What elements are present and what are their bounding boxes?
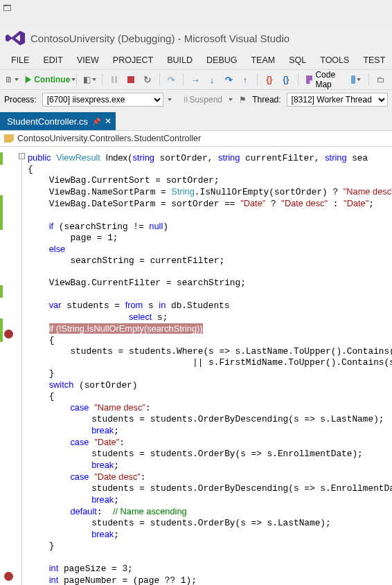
code-map-button[interactable]: Code Map [303, 72, 346, 87]
menu-view[interactable]: VIEW [70, 53, 106, 68]
change-bar [0, 195, 3, 230]
continue-label: Continue [34, 75, 70, 84]
new-item-button[interactable]: 🗎 [4, 72, 20, 87]
code-editor[interactable]: ➨ - public ViewResult Index(string sortO… [0, 147, 392, 585]
debug-toolbar: 🗎 Continue ◧ ↻ ↷ → ↓ ↷ ↑ {} {} Code Map … [0, 69, 392, 89]
menubar: FILE EDIT VIEW PROJECT BUILD DEBUG TEAM … [0, 51, 392, 69]
step-into-button[interactable]: ↓ [205, 72, 219, 87]
stop-icon [127, 76, 134, 83]
menu-sql[interactable]: SQL [282, 53, 313, 68]
show-next-statement[interactable]: → [188, 72, 202, 87]
restart-button[interactable]: ↻ [141, 72, 154, 87]
thread-select[interactable]: [8312] Worker Thread [287, 93, 388, 107]
suspend-label: Suspend [190, 95, 222, 105]
thread-flag-icon[interactable]: ⚑ [235, 92, 249, 107]
change-bar [0, 318, 3, 342]
tab-filename: StudentController.cs [7, 116, 88, 127]
codemap-related-button[interactable] [348, 72, 364, 87]
tab-studentcontroller[interactable]: StudentController.cs 📌 ✕ [0, 112, 116, 130]
breadcrumb-path: ContosoUniversity.Controllers.StudentCon… [17, 134, 201, 143]
window-title: ContosoUniversity (Debugging) - Microsof… [30, 33, 289, 44]
separator [298, 73, 299, 86]
step-over-button[interactable]: ↷ [222, 72, 235, 87]
step-out-button[interactable]: ↑ [238, 72, 252, 87]
breakpoint-icon[interactable] [4, 572, 13, 581]
app-small-icon: 🗔 [3, 3, 11, 13]
process-select[interactable]: [6700] iisexpress.exe [42, 93, 164, 107]
thread-label: Thread: [252, 95, 280, 105]
solution-config-button[interactable]: 🗀 [374, 72, 388, 87]
menu-debug[interactable]: DEBUG [199, 53, 244, 68]
change-bar [0, 285, 3, 298]
play-icon [26, 76, 31, 83]
process-toolbar: Process: [6700] iisexpress.exe ⏸Suspend … [0, 89, 392, 109]
suspend-button: ⏸Suspend [179, 92, 224, 107]
show-next-statement-button: ↷ [164, 72, 178, 87]
class-icon [4, 134, 14, 143]
code-map-label: Code Map [315, 70, 342, 89]
process-label: Process: [4, 95, 37, 105]
vs-logo-icon [6, 30, 25, 46]
menu-team[interactable]: TEAM [244, 53, 282, 68]
brace-nav-button-2[interactable]: {} [279, 72, 293, 87]
menu-build[interactable]: BUILD [160, 53, 199, 68]
menu-tools[interactable]: TOOLS [313, 53, 356, 68]
menu-project[interactable]: PROJECT [106, 53, 160, 68]
continue-button[interactable]: Continue [30, 72, 71, 87]
change-bar [0, 152, 3, 165]
separator [183, 73, 184, 86]
restart-icon: ↻ [143, 74, 152, 85]
document-tabstrip: StudentController.cs 📌 ✕ [0, 109, 392, 130]
pause-button [107, 72, 121, 87]
separator [368, 73, 369, 86]
editor-margin[interactable]: ➨ [0, 147, 18, 585]
separator [257, 73, 258, 86]
navigation-breadcrumb[interactable]: ContosoUniversity.Controllers.StudentCon… [0, 130, 392, 147]
menu-edit[interactable]: EDIT [36, 53, 69, 68]
menu-test[interactable]: TEST [356, 53, 392, 68]
separator [25, 73, 26, 86]
outline-margin[interactable]: - [18, 147, 26, 585]
separator [76, 73, 77, 86]
pin-icon[interactable]: 📌 [92, 118, 100, 125]
code-content[interactable]: public ViewResult Index(string sortOrder… [26, 147, 392, 585]
separator [102, 73, 103, 86]
separator [159, 73, 160, 86]
toolbar-dropdown[interactable]: ◧ [82, 72, 97, 87]
close-icon[interactable]: ✕ [105, 116, 112, 126]
outline-guide [21, 154, 22, 585]
execution-arrow-icon: ➨ [4, 582, 11, 585]
titlebar: ContosoUniversity (Debugging) - Microsof… [0, 25, 392, 51]
breakpoint-icon[interactable] [4, 330, 13, 339]
menu-file[interactable]: FILE [4, 53, 36, 68]
stop-button[interactable] [124, 72, 138, 87]
brace-nav-button[interactable]: {} [262, 72, 276, 87]
